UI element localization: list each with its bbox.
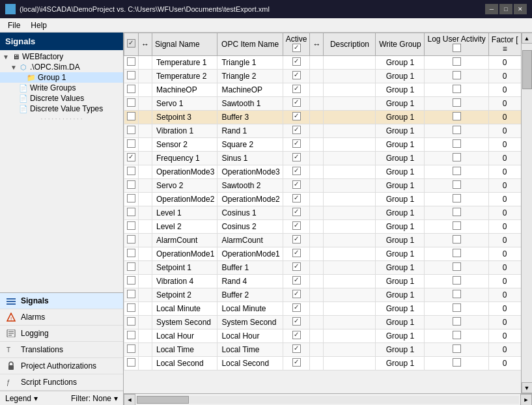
row-opc-item[interactable]: MachineOP bbox=[217, 83, 283, 97]
row-opc-item[interactable]: Rand 1 bbox=[217, 124, 283, 138]
row-active-check[interactable] bbox=[292, 235, 301, 244]
row-checkbox[interactable] bbox=[127, 167, 135, 175]
active-header-check[interactable] bbox=[292, 44, 301, 52]
row-checkbox[interactable] bbox=[127, 139, 135, 148]
row-checkbox[interactable] bbox=[127, 262, 135, 271]
row-log-user[interactable] bbox=[425, 70, 488, 83]
row-checkbox-cell[interactable] bbox=[124, 193, 139, 206]
sidebar-separator[interactable]: · · · · · · · · · · · · bbox=[0, 114, 123, 124]
col-header-log-user[interactable]: Log User Activity bbox=[425, 33, 488, 56]
row-signal-name[interactable]: System Second bbox=[152, 316, 217, 329]
row-active-check[interactable] bbox=[292, 208, 301, 216]
row-log-user-check[interactable] bbox=[453, 221, 461, 230]
nav-item-signals[interactable]: Signals bbox=[0, 293, 123, 309]
row-opc-item[interactable]: Triangle 2 bbox=[217, 70, 283, 83]
row-checkbox-cell[interactable] bbox=[124, 329, 139, 343]
row-opc-item[interactable]: Local Time bbox=[217, 343, 283, 357]
row-checkbox[interactable] bbox=[127, 126, 135, 134]
row-opc-item[interactable]: OperationMode3 bbox=[217, 165, 283, 179]
row-log-user-check[interactable] bbox=[453, 262, 461, 271]
row-description[interactable] bbox=[324, 275, 376, 288]
row-opc-item[interactable]: AlarmCount bbox=[217, 234, 283, 247]
row-signal-name[interactable]: Vibration 1 bbox=[152, 124, 217, 138]
row-active-check[interactable] bbox=[292, 303, 301, 312]
row-opc-item[interactable]: OperationMode1 bbox=[217, 247, 283, 261]
row-signal-name[interactable]: Local Minute bbox=[152, 302, 217, 316]
hscroll-right-button[interactable]: ► bbox=[520, 394, 532, 406]
row-log-user[interactable] bbox=[425, 165, 488, 179]
row-description[interactable] bbox=[324, 97, 376, 111]
row-active-check[interactable] bbox=[292, 153, 301, 161]
row-opc-item[interactable]: Square 2 bbox=[217, 138, 283, 152]
row-description[interactable] bbox=[324, 343, 376, 357]
row-log-user-check[interactable] bbox=[453, 331, 461, 339]
row-log-user-check[interactable] bbox=[453, 180, 461, 189]
row-log-user-check[interactable] bbox=[453, 167, 461, 175]
row-checkbox[interactable] bbox=[127, 85, 135, 93]
row-description[interactable] bbox=[324, 288, 376, 302]
row-active-cell[interactable] bbox=[283, 165, 310, 179]
row-log-user-check[interactable] bbox=[453, 139, 461, 148]
row-log-user[interactable] bbox=[425, 275, 488, 288]
row-active-check[interactable] bbox=[292, 126, 301, 134]
row-description[interactable] bbox=[324, 316, 376, 329]
row-signal-name[interactable]: MachineOP bbox=[152, 83, 217, 97]
row-log-user-check[interactable] bbox=[453, 344, 461, 353]
row-log-user-check[interactable] bbox=[453, 276, 461, 285]
row-signal-name[interactable]: Servo 2 bbox=[152, 179, 217, 193]
row-checkbox[interactable] bbox=[127, 57, 135, 66]
row-active-check[interactable] bbox=[292, 358, 301, 367]
row-signal-name[interactable]: OperationMode3 bbox=[152, 165, 217, 179]
row-log-user-check[interactable] bbox=[453, 317, 461, 326]
row-description[interactable] bbox=[324, 111, 376, 124]
row-signal-name[interactable]: Level 2 bbox=[152, 220, 217, 234]
col-header-signal-name[interactable]: Signal Name bbox=[152, 33, 217, 56]
row-active-check[interactable] bbox=[292, 344, 301, 353]
row-active-check[interactable] bbox=[292, 249, 301, 257]
col-header-arrow2[interactable]: ↔ bbox=[310, 33, 324, 56]
row-signal-name[interactable]: Temperature 1 bbox=[152, 56, 217, 70]
row-active-check[interactable] bbox=[292, 290, 301, 298]
row-signal-name[interactable]: Vibration 4 bbox=[152, 275, 217, 288]
row-active-check[interactable] bbox=[292, 331, 301, 339]
row-log-user[interactable] bbox=[425, 97, 488, 111]
row-log-user[interactable] bbox=[425, 247, 488, 261]
row-opc-item[interactable]: System Second bbox=[217, 316, 283, 329]
row-opc-item[interactable]: Buffer 1 bbox=[217, 261, 283, 275]
row-log-user[interactable] bbox=[425, 329, 488, 343]
row-signal-name[interactable]: Servo 1 bbox=[152, 97, 217, 111]
row-log-user[interactable] bbox=[425, 56, 488, 70]
row-log-user[interactable] bbox=[425, 288, 488, 302]
row-signal-name[interactable]: Setpoint 1 bbox=[152, 261, 217, 275]
row-signal-name[interactable]: Local Time bbox=[152, 343, 217, 357]
vscroll-up-button[interactable]: ▲ bbox=[522, 33, 533, 44]
row-description[interactable] bbox=[324, 138, 376, 152]
row-log-user[interactable] bbox=[425, 234, 488, 247]
row-log-user[interactable] bbox=[425, 179, 488, 193]
row-active-check[interactable] bbox=[292, 167, 301, 175]
row-opc-item[interactable]: Triangle 1 bbox=[217, 56, 283, 70]
row-description[interactable] bbox=[324, 152, 376, 165]
row-log-user-check[interactable] bbox=[453, 98, 461, 107]
tree-item-group1[interactable]: 📁 Group 1 bbox=[0, 72, 123, 83]
row-active-cell[interactable] bbox=[283, 275, 310, 288]
row-active-cell[interactable] bbox=[283, 247, 310, 261]
row-checkbox-cell[interactable] bbox=[124, 288, 139, 302]
row-description[interactable] bbox=[324, 165, 376, 179]
row-checkbox-cell[interactable] bbox=[124, 275, 139, 288]
hscroll-thumb[interactable] bbox=[137, 396, 189, 404]
row-log-user[interactable] bbox=[425, 152, 488, 165]
row-signal-name[interactable]: OperationMode1 bbox=[152, 247, 217, 261]
hscroll-track[interactable] bbox=[137, 396, 519, 404]
row-active-check[interactable] bbox=[292, 71, 301, 79]
row-opc-item[interactable]: OperationMode2 bbox=[217, 193, 283, 206]
row-signal-name[interactable]: Temperature 2 bbox=[152, 70, 217, 83]
nav-item-script-functions[interactable]: ƒ Script Functions bbox=[0, 374, 123, 391]
tree-item-discrete-value-types[interactable]: 📄 Discrete Value Types bbox=[0, 104, 123, 114]
row-log-user[interactable] bbox=[425, 206, 488, 220]
row-description[interactable] bbox=[324, 124, 376, 138]
row-active-cell[interactable] bbox=[283, 261, 310, 275]
row-log-user-check[interactable] bbox=[453, 303, 461, 312]
row-active-check[interactable] bbox=[292, 98, 301, 107]
col-header-opc[interactable]: OPC Item Name bbox=[217, 33, 283, 56]
